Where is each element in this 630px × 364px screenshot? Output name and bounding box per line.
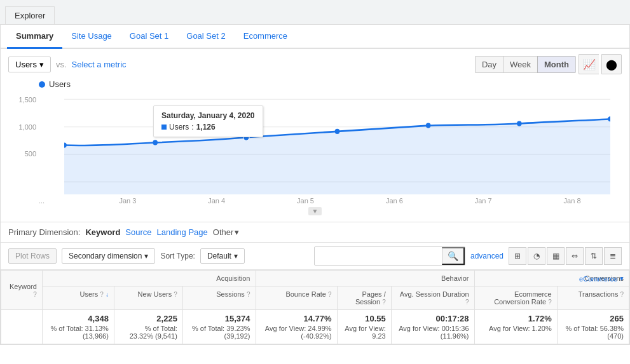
y-axis: 1,500 1,000 500 0 [13, 93, 39, 191]
search-input[interactable] [315, 249, 442, 263]
compare-view-button[interactable]: ⇔ [566, 247, 584, 265]
main-nav: Summary Site Usage Goal Set 1 Goal Set 2… [1, 25, 629, 49]
bounce-rate-sub: Avg for View: 24.99% (-40.92%) [261, 325, 332, 340]
keyword-header: Keyword ? [1, 271, 43, 310]
tab-goal-set-1[interactable]: Goal Set 1 [121, 25, 177, 49]
sort-type-label: Sort Type: [160, 252, 195, 260]
avg-session-cell: 00:17:28 Avg for View: 00:15:36 (11.96%) [391, 310, 474, 344]
explorer-tab[interactable]: Explorer [5, 6, 55, 24]
chevron-down-icon: ▾ [234, 252, 238, 260]
pie-chart-button[interactable]: ⬤ [601, 54, 622, 74]
line-chart-icon: 📈 [583, 58, 596, 71]
chart-svg [64, 93, 610, 194]
search-box[interactable]: 🔍 [314, 246, 465, 266]
users-help-icon[interactable]: ? [100, 291, 104, 298]
x-label-jan8: Jan 8 [528, 197, 617, 205]
pages-session-cell: 10.55 Avg for View: 9.23 [337, 310, 391, 344]
tab-ecommerce[interactable]: Ecommerce [235, 25, 296, 49]
sort-default-label: Default [207, 252, 231, 260]
bar-view-button[interactable]: ▦ [547, 247, 565, 265]
bounce-rate-header: Bounce Rate ? [256, 286, 337, 310]
x-label-dots: ... [39, 197, 83, 205]
search-button[interactable]: 🔍 [442, 247, 465, 265]
tooltip-metric-value: 1,126 [196, 123, 216, 131]
primary-dim-label: Primary Dimension: [8, 227, 80, 237]
conversion-rate-cell: 1.72% Avg for View: 1.20% [474, 310, 557, 344]
select-metric-link[interactable]: Select a metric [72, 60, 127, 69]
sort-default-dropdown[interactable]: Default ▾ [200, 248, 245, 264]
grid-view-button[interactable]: ⊞ [509, 247, 526, 265]
transactions-value: 265 [563, 314, 624, 323]
tab-site-usage[interactable]: Site Usage [62, 25, 121, 49]
primary-dim-landing[interactable]: Landing Page [157, 227, 208, 237]
sessions-value: 15,374 [188, 314, 250, 323]
data-table-wrapper: Keyword ? Acquisition Behavior Conversio… [1, 270, 629, 344]
conversions-header: Conversions eCommerce ▾ [474, 271, 629, 286]
x-label-jan3: Jan 3 [83, 197, 172, 205]
new-users-help-icon[interactable]: ? [174, 291, 177, 298]
acquisition-header: Acquisition [42, 271, 256, 286]
sessions-header: Sessions ? [182, 286, 256, 310]
primary-dimension-bar: Primary Dimension: Keyword Source Landin… [1, 222, 629, 242]
plot-rows-button[interactable]: Plot Rows [8, 248, 57, 264]
sessions-cell: 15,374 % of Total: 39.23% (39,192) [182, 310, 256, 344]
pages-session-value: 10.55 [343, 314, 386, 323]
chevron-down-icon: ▾ [620, 274, 624, 283]
secondary-dimension-dropdown[interactable]: Secondary dimension ▾ [62, 248, 155, 264]
chevron-down-icon: ▾ [39, 60, 44, 69]
pivot-view-button[interactable]: ⇅ [585, 247, 603, 265]
bounce-rate-cell: 14.77% Avg for View: 24.99% (-40.92%) [256, 310, 337, 344]
keyword-summary-cell [1, 310, 43, 344]
pages-session-sub: Avg for View: 9.23 [343, 325, 386, 340]
svg-point-7 [335, 129, 340, 134]
summary-row: 4,348 % of Total: 31.13% (13,966) 2,225 … [1, 310, 629, 344]
x-label-jan7: Jan 7 [439, 197, 528, 205]
pages-session-help-icon[interactable]: ? [382, 299, 386, 306]
x-label-jan4: Jan 4 [172, 197, 261, 205]
x-label-jan6: Jan 6 [350, 197, 439, 205]
tab-goal-set-2[interactable]: Goal Set 2 [177, 25, 234, 49]
transactions-help-icon[interactable]: ? [620, 291, 624, 298]
advanced-link[interactable]: advanced [470, 252, 503, 260]
avg-session-help-icon[interactable]: ? [465, 299, 469, 306]
svg-point-5 [153, 140, 158, 145]
tab-summary[interactable]: Summary [7, 25, 62, 49]
scroll-indicator[interactable]: ▼ [13, 206, 617, 215]
conversion-rate-sub: Avg for View: 1.20% [480, 325, 552, 332]
day-button[interactable]: Day [475, 56, 503, 73]
users-header: Users ? ↓ [42, 286, 114, 310]
conversion-rate-value: 1.72% [480, 314, 552, 323]
tooltip-metric: Users [169, 123, 189, 131]
x-label-jan5: Jan 5 [261, 197, 350, 205]
transactions-cell: 265 % of Total: 56.38% (470) [557, 310, 629, 344]
tooltip-dot [161, 125, 167, 130]
users-dropdown[interactable]: Users ▾ [8, 57, 51, 72]
chart-container: Users 1,500 1,000 500 0 [1, 79, 629, 222]
legend-dot [39, 81, 45, 88]
chevron-down-icon: ▾ [144, 252, 148, 260]
primary-dim-other[interactable]: Other ▾ [213, 227, 240, 237]
bounce-rate-help-icon[interactable]: ? [328, 291, 332, 298]
sort-arrow: ↓ [106, 291, 109, 298]
y-label-500: 500 [13, 150, 36, 158]
week-button[interactable]: Week [503, 56, 537, 73]
bounce-rate-value: 14.77% [261, 314, 332, 323]
avg-session-header: Avg. Session Duration ? [391, 286, 474, 310]
conversion-rate-help-icon[interactable]: ? [548, 299, 552, 306]
y-label-1500: 1,500 [13, 96, 36, 104]
data-table: Keyword ? Acquisition Behavior Conversio… [1, 270, 629, 344]
ecommerce-dropdown[interactable]: eCommerce ▾ [579, 274, 624, 283]
new-users-sub: % of Total: 23.32% (9,541) [120, 325, 177, 340]
primary-dim-source[interactable]: Source [125, 227, 151, 237]
month-button[interactable]: Month [537, 56, 576, 73]
primary-dim-keyword[interactable]: Keyword [85, 227, 120, 237]
x-axis: ... Jan 3 Jan 4 Jan 5 Jan 6 Jan 7 Jan 8 [39, 194, 617, 205]
sessions-help-icon[interactable]: ? [247, 291, 250, 298]
pie-view-button[interactable]: ◔ [528, 247, 545, 265]
chart-legend: Users [13, 79, 617, 89]
keyword-help-icon[interactable]: ? [33, 291, 37, 298]
sparkline-view-button[interactable]: ≣ [604, 247, 622, 265]
time-controls: Day Week Month 📈 ⬤ [475, 54, 622, 74]
new-users-header: New Users ? [114, 286, 182, 310]
line-chart-button[interactable]: 📈 [579, 54, 599, 74]
